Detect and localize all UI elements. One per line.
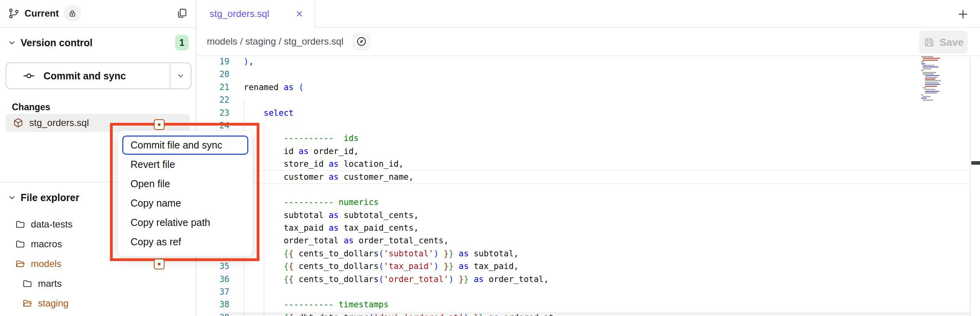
version-control-title: Version control <box>21 37 93 49</box>
changed-file-name: stg_orders.sql <box>29 117 89 128</box>
save-button[interactable]: Save <box>919 31 968 54</box>
tab-stg-orders[interactable]: stg_orders.sql <box>197 0 315 28</box>
tree-item-label: models <box>31 258 61 269</box>
menu-item-copy-relative-path[interactable]: Copy relative path <box>122 213 248 232</box>
code-line: {{ cents_to_dollars('tax_paid') }} as ta… <box>244 260 554 273</box>
chevron-down-icon <box>7 38 17 47</box>
code-line: ), <box>244 55 554 68</box>
code-line <box>244 119 554 132</box>
lineage-button[interactable] <box>352 32 371 51</box>
copy-icon[interactable] <box>176 8 188 19</box>
menu-item-copy-as-ref[interactable]: Copy as ref <box>122 232 248 252</box>
overview-ruler[interactable] <box>970 56 980 316</box>
code-editor[interactable]: 1920212223242526272829303132333435363738… <box>197 56 980 316</box>
tree-item-models[interactable]: models <box>0 254 196 274</box>
tab-bar: stg_orders.sql <box>197 0 980 28</box>
breadcrumb-row: models / staging / stg_orders.sql <box>197 28 980 56</box>
ruler-cursor-marker <box>971 161 980 165</box>
commit-button-label: Commit and sync <box>44 70 126 82</box>
tree-item-marts[interactable]: marts <box>0 274 196 293</box>
code-line: ---------- timestamps <box>244 298 554 311</box>
model-cube-icon <box>13 117 24 128</box>
code-line: customer as customer_name, <box>244 171 554 183</box>
tree-item-label: data-tests <box>31 219 72 230</box>
code-content[interactable]: ),renamed as ( select ---------- ids id … <box>244 55 554 316</box>
code-line: subtotal as subtotal_cents, <box>244 209 554 222</box>
dbt-ide-app: Current <box>0 0 980 316</box>
folder-open-icon <box>22 298 32 308</box>
tree-item-label: staging <box>38 298 68 309</box>
code-line: store_id as location_id, <box>244 158 554 170</box>
plus-icon <box>957 8 969 21</box>
editor-bottom-shadow <box>221 312 970 315</box>
code-line: renamed as ( <box>244 81 554 94</box>
code-line: select <box>244 107 554 119</box>
branch-header: Current <box>0 0 196 28</box>
code-line <box>244 183 554 196</box>
line-number: 22 <box>197 94 229 106</box>
modified-indicator-icon <box>154 119 165 130</box>
changes-section-title: Changes <box>12 102 50 113</box>
branch-name: Current <box>25 8 59 19</box>
save-button-label: Save <box>940 36 964 49</box>
menu-item-commit-file-and-sync[interactable]: Commit file and sync <box>122 135 248 155</box>
chevron-down-icon <box>7 193 17 202</box>
tree-item-staging[interactable]: staging <box>0 293 196 313</box>
modified-indicator-icon <box>154 259 165 269</box>
line-number: 19 <box>197 55 229 68</box>
folder-open-icon <box>15 259 25 269</box>
code-line <box>244 286 554 298</box>
line-number: 35 <box>197 260 229 273</box>
code-line: {{ cents_to_dollars('order_total') }} as… <box>244 273 554 286</box>
menu-item-copy-name[interactable]: Copy name <box>122 194 248 213</box>
line-number: 38 <box>197 298 229 311</box>
changes-count-badge: 1 <box>175 35 189 51</box>
save-floppy-icon <box>923 37 935 48</box>
code-line: order_total as order_total_cents, <box>244 234 554 247</box>
folder-icon <box>15 239 25 249</box>
tree-item-label: marts <box>38 278 62 289</box>
line-number: 36 <box>197 273 229 286</box>
minimap[interactable] <box>921 56 969 103</box>
file-context-menu: Commit file and syncRevert fileOpen file… <box>118 130 253 257</box>
line-number: 20 <box>197 68 229 81</box>
editor-pane: stg_orders.sql models / staging / stg_or… <box>197 0 980 316</box>
version-control-section-header[interactable]: Version control 1 <box>0 33 196 52</box>
code-line: tax_paid as tax_paid_cents, <box>244 222 554 234</box>
branch-icon <box>8 8 20 19</box>
lock-icon <box>68 9 77 18</box>
code-line: ---------- numerics <box>244 196 554 209</box>
commit-icon <box>22 69 36 83</box>
line-number: 37 <box>197 286 229 298</box>
chevron-down-icon <box>176 71 185 80</box>
code-line <box>244 68 554 81</box>
file-explorer-title: File explorer <box>21 192 79 203</box>
line-number: 23 <box>197 107 229 119</box>
folder-icon <box>22 278 32 289</box>
commit-options-dropdown[interactable] <box>170 63 191 88</box>
branch-lock-badge <box>64 5 81 22</box>
menu-item-revert-file[interactable]: Revert file <box>122 155 248 174</box>
code-line <box>244 94 554 106</box>
current-line-border-bottom <box>233 183 970 184</box>
commit-and-sync-button[interactable]: Commit and sync <box>6 62 191 89</box>
new-tab-button[interactable] <box>956 7 970 21</box>
code-line: {{ cents_to_dollars('subtotal') }} as su… <box>244 247 554 260</box>
menu-item-open-file[interactable]: Open file <box>122 174 248 194</box>
current-line-border-top <box>233 170 970 171</box>
breadcrumb: models / staging / stg_orders.sql <box>207 36 344 47</box>
lineage-compass-icon <box>356 36 367 47</box>
tree-item-label: macros <box>31 239 62 250</box>
code-line: ---------- ids <box>244 132 554 145</box>
folder-icon <box>15 219 25 229</box>
tab-title: stg_orders.sql <box>210 8 269 19</box>
line-number: 21 <box>197 81 229 94</box>
close-icon[interactable] <box>295 9 304 19</box>
indent-guide <box>264 124 264 316</box>
code-line: id as order_id, <box>244 145 554 158</box>
